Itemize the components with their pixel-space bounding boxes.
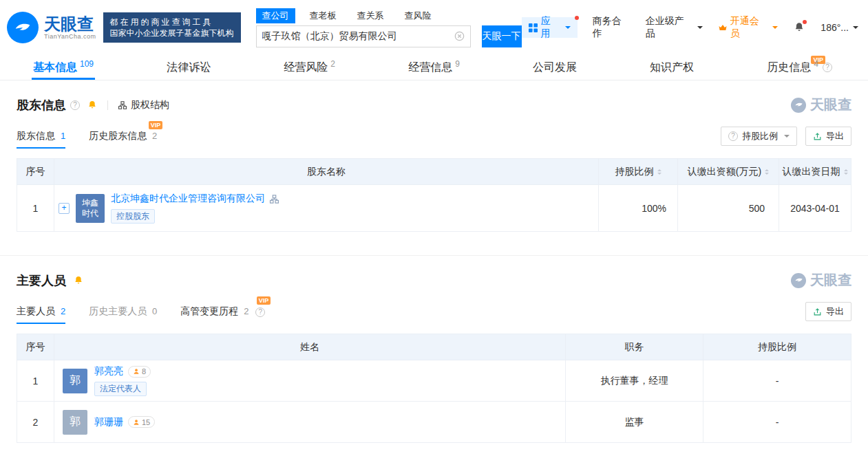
search-input[interactable] — [262, 31, 454, 42]
controlling-shareholder-tag: 控股股东 — [111, 209, 155, 224]
col-ratio[interactable]: 持股比例 — [599, 159, 678, 185]
tab-company-development[interactable]: 公司发展 — [531, 55, 578, 80]
shareholder-company-link[interactable]: 北京坤鑫时代企业管理咨询有限公司 — [111, 193, 265, 205]
search-button[interactable]: 天眼一下 — [482, 25, 522, 47]
subtab-history-personnel[interactable]: 历史主要人员 0 — [89, 305, 157, 324]
search-tab-boss[interactable]: 查老板 — [304, 8, 343, 23]
subtab-label: 主要人员 — [17, 305, 55, 316]
tab-count: 4 — [814, 59, 818, 69]
subtab-history-shareholders[interactable]: VIP 历史股东信息 2 — [89, 130, 157, 149]
row-position: 监事 — [566, 402, 703, 443]
col-subscribed-amount[interactable]: 认缴出资额(万元) — [678, 159, 779, 185]
tab-count: 2 — [330, 59, 335, 69]
apps-menu[interactable]: 应用 — [522, 17, 578, 38]
export-button[interactable]: 导出 — [805, 302, 851, 321]
search-tab-risk[interactable]: 查风险 — [399, 8, 438, 23]
chevron-down-icon — [784, 135, 790, 140]
tagline-line1: 都在用的商业查询工具 — [110, 17, 234, 28]
apps-label: 应用 — [541, 15, 560, 40]
watermark-logo-icon — [791, 98, 806, 113]
tab-intellectual-property[interactable]: 知识产权 — [648, 55, 695, 80]
expand-row-button[interactable]: + — [59, 203, 70, 214]
search-tab-company[interactable]: 查公司 — [256, 8, 295, 23]
search-tab-relation[interactable]: 查关系 — [351, 8, 390, 23]
subscribe-bell-icon[interactable] — [73, 275, 84, 286]
tab-history-info[interactable]: VIP 历史信息 4 ? — [765, 55, 836, 80]
col-ratio: 持股比例 — [703, 334, 851, 360]
subtab-current-shareholders[interactable]: 股东信息 1 — [17, 130, 65, 149]
help-icon[interactable]: ? — [255, 307, 265, 317]
equity-structure-mini-icon[interactable] — [269, 194, 279, 204]
subtab-label: 历史股东信息 — [89, 130, 147, 141]
nav-enterprise-products[interactable]: 企业级产品 — [646, 15, 703, 40]
tianyancha-logo[interactable]: 天眼查 TianYanCha.com — [7, 12, 96, 43]
subtab-executive-changes[interactable]: VIP 高管变更历程 2 ? — [180, 305, 265, 324]
shareholders-title: 股东信息 — [17, 97, 66, 113]
tab-label: 公司发展 — [533, 61, 577, 75]
enterprise-products-label: 企业级产品 — [646, 15, 693, 40]
avatar[interactable]: 郭 — [63, 369, 87, 393]
help-icon[interactable]: ? — [823, 63, 832, 72]
subtab-count: 1 — [61, 131, 65, 141]
tab-label: 基本信息 — [33, 61, 77, 75]
tab-legal-litigation[interactable]: 法律诉讼 — [165, 55, 212, 80]
subtab-label: 历史主要人员 — [89, 305, 147, 316]
export-button[interactable]: 导出 — [805, 127, 851, 146]
row-ratio: 100% — [599, 185, 678, 232]
grid-icon — [529, 23, 538, 32]
row-ratio: - — [703, 402, 851, 443]
sort-icon[interactable] — [657, 167, 661, 177]
subtab-key-personnel[interactable]: 主要人员 2 — [17, 305, 65, 324]
equity-structure-label: 股权结构 — [131, 99, 169, 111]
tianyancha-logo-icon — [7, 12, 39, 43]
business-cooperation-label: 商务合作 — [593, 15, 631, 40]
subtab-label: 股东信息 — [17, 130, 55, 141]
logo-text: 天眼查 — [44, 15, 96, 33]
export-icon — [813, 307, 822, 316]
tab-basic-info[interactable]: 基本信息 109 — [32, 55, 95, 80]
equity-structure-link[interactable]: 股权结构 — [118, 99, 169, 111]
org-chart-icon — [118, 100, 127, 110]
avatar-text: 坤鑫 — [82, 198, 98, 208]
sort-icon[interactable] — [844, 167, 848, 177]
subtab-label: 高管变更历程 — [180, 305, 238, 316]
export-label: 导出 — [826, 305, 844, 318]
tab-operation-info[interactable]: 经营信息 9 — [407, 55, 461, 80]
person-link[interactable]: 郭珊珊 — [94, 416, 123, 428]
vip-badge: VIP — [149, 121, 163, 129]
sort-icon[interactable] — [765, 167, 769, 177]
avatar[interactable]: 坤鑫 时代 — [76, 194, 105, 223]
help-icon[interactable]: ? — [70, 100, 80, 110]
nav-account-phone[interactable]: 186°... — [821, 22, 858, 33]
watermark-text: 天眼查 — [810, 271, 851, 290]
row-date: 2043-04-01 — [779, 185, 851, 232]
personnel-title: 主要人员 — [17, 272, 66, 289]
table-row: 1 + 坤鑫 时代 北京坤鑫时代企业管理咨询有限公司 — [17, 185, 851, 232]
related-companies-badge[interactable]: 8 — [128, 366, 151, 378]
ratio-filter-dropdown[interactable]: ? 持股比例 — [721, 127, 797, 146]
subtab-count: 2 — [61, 306, 65, 316]
row-index: 1 — [17, 360, 54, 402]
chevron-down-icon — [772, 26, 778, 32]
tianyancha-watermark: 天眼查 — [791, 96, 851, 114]
notifications-bell[interactable] — [793, 21, 805, 34]
person-link[interactable]: 郭亮亮 — [94, 365, 123, 378]
related-companies-badge[interactable]: 15 — [128, 416, 155, 428]
avatar[interactable]: 郭 — [63, 410, 87, 435]
shareholders-table: 序号 股东名称 持股比例 认缴出资额(万元) 认缴出资日期 1 + 坤鑫 时代 — [17, 158, 851, 232]
search-block: 查公司 查老板 查关系 查风险 天眼一下 — [256, 8, 522, 47]
clear-input-icon[interactable] — [454, 31, 465, 41]
brand-tagline: 都在用的商业查询工具 国家中小企业发展子基金旗下机构 — [103, 12, 241, 43]
notification-dot — [803, 20, 807, 24]
tab-count: 109 — [80, 59, 94, 69]
row-ratio: - — [703, 360, 851, 402]
tab-operation-risk[interactable]: 经营风险 2 — [282, 55, 337, 80]
col-subscribed-date[interactable]: 认缴出资日期 — [779, 159, 851, 185]
subscribe-bell-icon[interactable] — [87, 100, 98, 111]
tab-label: 知识产权 — [650, 61, 694, 75]
nav-open-membership[interactable]: 开通会员 — [718, 15, 779, 40]
table-row: 1 郭 郭亮亮 8 法定代表人 — [17, 360, 851, 402]
top-navigation: 应用 商务合作 企业级产品 开通会员 186°... — [522, 15, 858, 40]
key-personnel-section: 主要人员 天眼查 主要人员 2 历史主要人员 0 VIP 高管变更历程 2 ? — [0, 271, 868, 443]
nav-business-cooperation[interactable]: 商务合作 — [593, 15, 631, 40]
